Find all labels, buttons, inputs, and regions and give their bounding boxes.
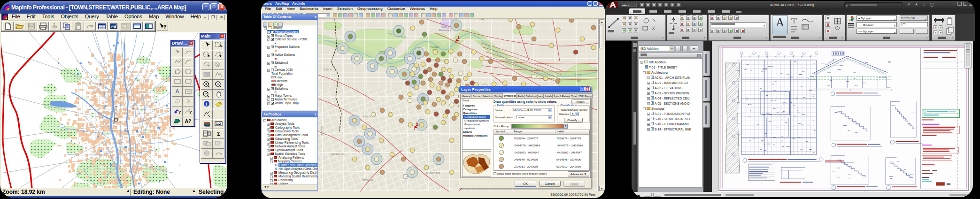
- svg-text:Foster Ave: Foster Ave: [321, 126, 323, 136]
- svg-text:1: 1: [457, 35, 460, 40]
- svg-text:W 9th St: W 9th St: [363, 115, 371, 118]
- svg-text:?: ?: [204, 92, 207, 96]
- svg-text:i: i: [206, 101, 207, 107]
- svg-text:2: 2: [416, 122, 418, 127]
- svg-text:Harmon: Harmon: [574, 73, 582, 76]
- svg-text:W Vickery Blvd: W Vickery Blvd: [426, 172, 440, 174]
- svg-text:?: ?: [163, 24, 167, 30]
- svg-text:Lancaster Ave: Lancaster Ave: [331, 153, 345, 155]
- svg-text:1:2: 1:2: [216, 122, 221, 125]
- svg-text:?: ?: [178, 110, 181, 115]
- svg-text:W 7th St: W 7th St: [324, 69, 332, 71]
- svg-text:Harrold Rd: Harrold Rd: [363, 179, 373, 181]
- svg-text:199: 199: [404, 175, 409, 178]
- svg-text:?: ?: [189, 110, 192, 115]
